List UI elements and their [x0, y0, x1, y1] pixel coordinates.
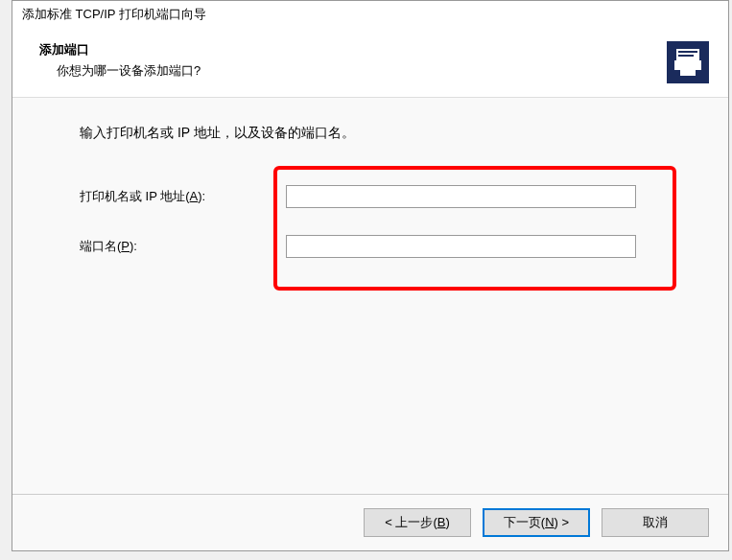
wizard-header: 添加端口 你想为哪一设备添加端口? [12, 28, 728, 98]
wizard-footer: < 上一步(B) 下一页(N) > 取消 [12, 494, 728, 550]
header-subtitle: 你想为哪一设备添加端口? [57, 62, 667, 80]
window-title: 添加标准 TCP/IP 打印机端口向导 [22, 7, 206, 21]
port-label: 端口名(P): [70, 238, 286, 255]
header-title: 添加端口 [39, 41, 667, 58]
address-row: 打印机名或 IP 地址(A): [70, 185, 671, 208]
wizard-window: 添加标准 TCP/IP 打印机端口向导 添加端口 你想为哪一设备添加端口? 输入… [12, 0, 729, 551]
svg-rect-1 [674, 60, 701, 70]
svg-rect-2 [680, 70, 696, 76]
wizard-content: 输入打印机名或 IP 地址，以及设备的端口名。 打印机名或 IP 地址(A): … [12, 98, 728, 494]
port-row: 端口名(P): [70, 235, 671, 258]
form-area: 打印机名或 IP 地址(A): 端口名(P): [70, 185, 671, 258]
port-input[interactable] [286, 235, 636, 258]
back-button[interactable]: < 上一步(B) [364, 508, 471, 537]
window-titlebar: 添加标准 TCP/IP 打印机端口向导 [12, 1, 728, 28]
svg-rect-4 [678, 55, 694, 57]
next-button[interactable]: 下一页(N) > [483, 508, 590, 537]
instruction-text: 输入打印机名或 IP 地址，以及设备的端口名。 [80, 125, 671, 142]
svg-rect-3 [678, 51, 697, 53]
address-input[interactable] [286, 185, 636, 208]
cancel-button[interactable]: 取消 [602, 508, 709, 537]
header-text-block: 添加端口 你想为哪一设备添加端口? [39, 41, 667, 80]
address-label: 打印机名或 IP 地址(A): [70, 188, 286, 205]
printer-icon [667, 41, 709, 83]
